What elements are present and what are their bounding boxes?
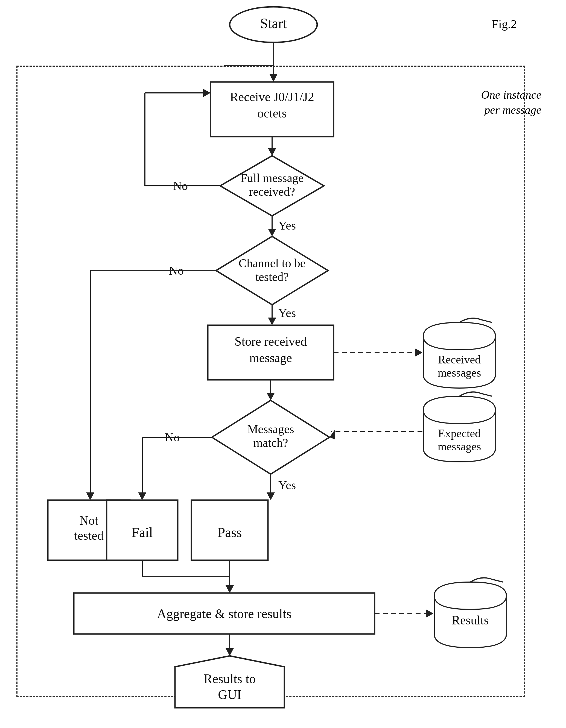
svg-text:received?: received? — [249, 185, 295, 198]
svg-marker-21 — [268, 229, 276, 236]
svg-text:GUI: GUI — [218, 687, 241, 702]
svg-text:Messages: Messages — [247, 422, 294, 436]
svg-marker-70 — [426, 609, 433, 618]
svg-text:Results to: Results to — [204, 671, 256, 686]
svg-marker-66 — [225, 585, 234, 593]
svg-marker-28 — [86, 492, 94, 500]
svg-text:Receive J0/J1/J2: Receive J0/J1/J2 — [230, 90, 314, 104]
svg-text:Full message: Full message — [240, 171, 304, 185]
svg-marker-31 — [268, 318, 276, 325]
svg-text:Channel to be: Channel to be — [239, 257, 306, 270]
svg-text:octets: octets — [257, 106, 287, 120]
svg-text:message: message — [249, 351, 292, 365]
svg-text:match?: match? — [253, 436, 288, 450]
flowchart-svg: Start Receive J0/J1/J2 octets Full messa… — [0, 0, 566, 728]
svg-marker-51 — [138, 492, 146, 500]
page: Fig.2 One instance per message Start Rec… — [0, 0, 566, 728]
svg-marker-36 — [415, 348, 423, 357]
svg-marker-10 — [268, 148, 276, 156]
svg-marker-40 — [266, 393, 275, 400]
svg-text:tested?: tested? — [255, 270, 289, 284]
svg-text:Results: Results — [452, 613, 489, 627]
svg-marker-73 — [225, 648, 234, 656]
svg-text:Store received: Store received — [234, 334, 307, 348]
svg-text:Pass: Pass — [218, 525, 242, 540]
svg-text:Fail: Fail — [131, 525, 153, 540]
svg-text:Received: Received — [438, 353, 481, 366]
svg-text:messages: messages — [438, 440, 481, 453]
svg-text:Expected: Expected — [438, 427, 481, 440]
svg-text:Aggregate & store results: Aggregate & store results — [157, 606, 292, 621]
svg-marker-46 — [330, 430, 335, 439]
svg-text:Yes: Yes — [278, 306, 296, 320]
svg-text:Start: Start — [260, 16, 287, 31]
svg-marker-18 — [203, 89, 210, 97]
svg-text:tested: tested — [74, 529, 103, 542]
svg-marker-54 — [266, 492, 275, 500]
svg-text:Not: Not — [80, 513, 98, 527]
svg-text:Yes: Yes — [278, 479, 296, 492]
svg-text:Yes: Yes — [278, 219, 296, 232]
svg-text:messages: messages — [438, 366, 481, 379]
svg-marker-5 — [269, 74, 277, 82]
